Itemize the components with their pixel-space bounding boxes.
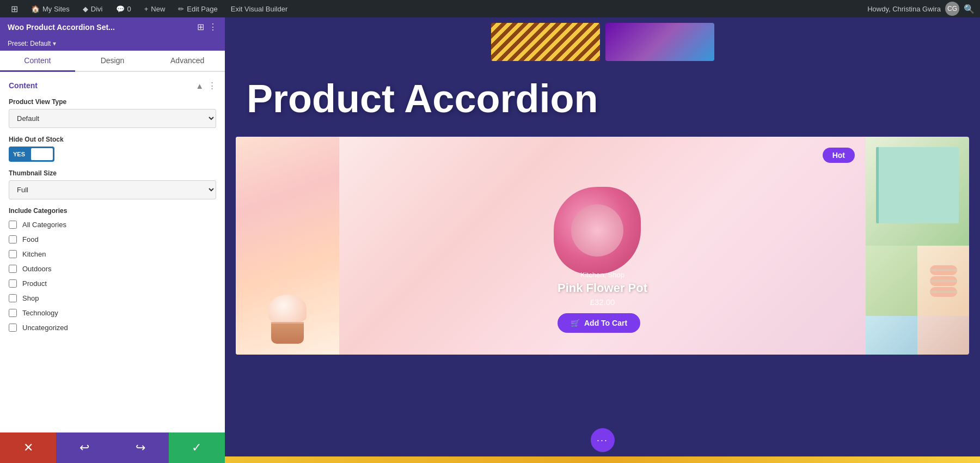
product-price: £32.00: [558, 297, 647, 307]
comment-icon: 💬: [116, 5, 125, 13]
redo-icon: ↪: [136, 441, 145, 455]
panel-content: Content ▲ ⋮ Product View Type Default Li…: [0, 72, 225, 432]
edit-page-label: Edit Page: [187, 5, 217, 13]
grid-cell-1: [866, 246, 917, 316]
top-images-strip: [225, 17, 980, 66]
stationery-item: [876, 147, 959, 223]
add-to-cart-button[interactable]: 🛒 Add To Cart: [558, 313, 640, 333]
more-options-icon[interactable]: ⋮: [209, 22, 217, 32]
category-outdoors[interactable]: Outdoors: [9, 262, 216, 276]
toggle-slider: [31, 148, 53, 160]
include-categories-label: Include Categories: [9, 207, 216, 215]
my-sites-label: My Sites: [42, 5, 70, 13]
exit-builder-label: Exit Visual Builder: [231, 5, 288, 13]
thumbnail-size-select[interactable]: Full Medium Small Thumbnail: [9, 180, 216, 199]
checkbox-shop[interactable]: [9, 294, 17, 302]
section-header: Content ▲ ⋮: [9, 81, 216, 90]
bottom-strip: [225, 456, 980, 463]
fabric-pattern: [491, 23, 600, 61]
tab-content[interactable]: Content: [0, 51, 75, 72]
checkbox-technology[interactable]: [9, 309, 17, 317]
rose-inner: [571, 204, 623, 257]
collapse-icon[interactable]: ▲: [195, 81, 204, 90]
category-kitchen[interactable]: Kitchen: [9, 247, 216, 261]
panel-header: Woo Product Accordion Set... ⊞ ⋮: [0, 17, 225, 36]
home-icon: 🏠: [31, 5, 40, 13]
cancel-button[interactable]: ✕: [0, 432, 56, 463]
wp-admin-bar: ⊞ 🏠 My Sites ◆ Divi 💬 0 + New ✏ Edit Pag…: [0, 0, 980, 17]
my-sites-item[interactable]: 🏠 My Sites: [26, 0, 75, 17]
panel-tabs: Content Design Advanced: [0, 51, 225, 72]
pencil-icon: ✏: [178, 5, 184, 13]
cupcake-bottom: [271, 322, 304, 344]
rose-circle: [554, 187, 641, 274]
comments-count: 0: [127, 5, 131, 13]
hot-badge: Hot: [823, 148, 855, 163]
checkbox-food[interactable]: [9, 235, 17, 243]
search-icon[interactable]: 🔍: [964, 4, 975, 14]
product-view-type-select[interactable]: Default List Grid: [9, 109, 216, 128]
panel-preset[interactable]: Preset: Default ▾: [0, 36, 225, 51]
section-more-icon[interactable]: ⋮: [208, 81, 216, 90]
hide-out-of-stock-label: Hide Out of Stock: [9, 136, 216, 143]
preview-area: Product Accordion Ho: [225, 17, 980, 463]
avatar: CG: [945, 2, 959, 16]
accordion-panel-right[interactable]: [866, 137, 969, 355]
product-accordion[interactable]: Hot Kitchen, Shop Pink Flower Pot £32.00: [236, 137, 969, 355]
add-to-cart-label: Add To Cart: [584, 319, 627, 327]
macaron-stack: [917, 246, 969, 316]
tab-design[interactable]: Design: [75, 51, 150, 72]
grid-cell-2: [917, 246, 969, 316]
accordion-panel-center[interactable]: Hot Kitchen, Shop Pink Flower Pot £32.00: [339, 137, 866, 355]
section-icons: ▲ ⋮: [195, 81, 216, 90]
hide-out-of-stock-toggle[interactable]: YES: [9, 147, 216, 162]
panel-title: Woo Product Accordion Set...: [8, 23, 197, 32]
divi-icon: ◆: [83, 5, 88, 13]
panel-header-icons: ⊞ ⋮: [197, 22, 217, 32]
accordion-main-title: Product Accordion: [247, 77, 958, 120]
new-item[interactable]: + New: [139, 0, 171, 17]
categories-list: All Categories Food Kitchen Outdoors Pro…: [9, 218, 216, 334]
cart-icon: 🛒: [571, 319, 580, 327]
tab-advanced[interactable]: Advanced: [150, 51, 225, 72]
panel-right-grid: [866, 246, 969, 355]
checkbox-outdoors[interactable]: [9, 265, 17, 273]
bar-items: ⊞ 🏠 My Sites ◆ Divi 💬 0 + New ✏ Edit Pag…: [5, 0, 867, 17]
checkbox-product[interactable]: [9, 279, 17, 288]
divi-item[interactable]: ◆ Divi: [77, 0, 108, 17]
accordion-panel-left[interactable]: [236, 137, 339, 355]
macaron-2: [930, 276, 957, 286]
howdy-label: Howdy, Christina Gwira: [867, 5, 941, 13]
main-layout: Woo Product Accordion Set... ⊞ ⋮ Preset:…: [0, 17, 980, 463]
toggle-button[interactable]: YES: [9, 147, 54, 162]
checkbox-all[interactable]: [9, 221, 17, 229]
category-shop[interactable]: Shop: [9, 291, 216, 305]
layout-icon[interactable]: ⊞: [197, 22, 204, 32]
section-title: Content: [9, 81, 38, 90]
wp-logo-item[interactable]: ⊞: [5, 0, 23, 17]
top-image-right: [605, 23, 714, 61]
checkbox-kitchen[interactable]: [9, 250, 17, 258]
edit-page-item[interactable]: ✏ Edit Page: [173, 0, 223, 17]
save-button[interactable]: ✓: [169, 432, 225, 463]
category-all[interactable]: All Categories: [9, 218, 216, 232]
purple-pattern: [605, 23, 714, 61]
category-uncategorized[interactable]: Uncategorized: [9, 321, 216, 334]
category-food[interactable]: Food: [9, 233, 216, 246]
redo-button[interactable]: ↪: [113, 432, 169, 463]
preview-content: Product Accordion Ho: [225, 17, 980, 463]
product-name: Pink Flower Pot: [558, 281, 647, 295]
category-technology[interactable]: Technology: [9, 306, 216, 320]
category-product[interactable]: Product: [9, 277, 216, 290]
comments-item[interactable]: 💬 0: [111, 0, 137, 17]
thumbnail-size-label: Thumbnail Size: [9, 169, 216, 177]
cupcake-top: [268, 295, 307, 322]
undo-icon: ↩: [79, 441, 89, 455]
undo-button[interactable]: ↩: [56, 432, 112, 463]
exit-builder-item[interactable]: Exit Visual Builder: [225, 0, 293, 17]
checkbox-uncategorized[interactable]: [9, 324, 17, 332]
left-panel: Woo Product Accordion Set... ⊞ ⋮ Preset:…: [0, 17, 225, 463]
panel-left-img: [236, 137, 339, 355]
dots-button[interactable]: ···: [591, 428, 615, 452]
new-label: New: [151, 5, 165, 13]
